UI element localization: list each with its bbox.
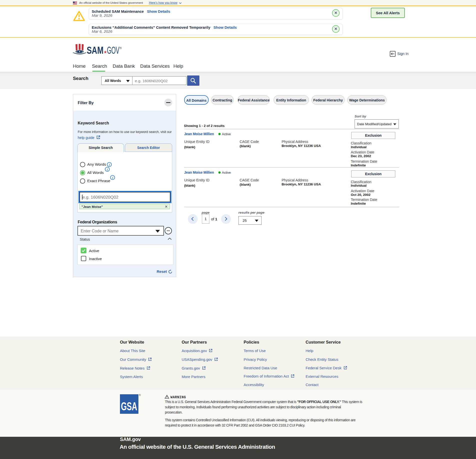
svg-text:GSA: GSA — [121, 400, 137, 413]
svg-text:®: ® — [120, 46, 122, 49]
svg-text:GOV: GOV — [107, 45, 119, 56]
svg-text:SAM: SAM — [87, 44, 103, 56]
